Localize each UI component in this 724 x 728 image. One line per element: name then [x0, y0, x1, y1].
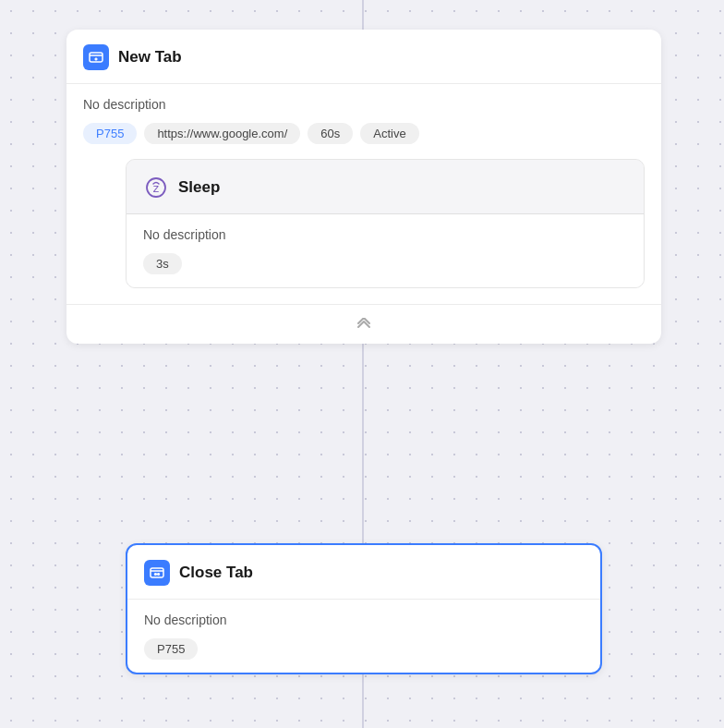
collapse-button[interactable] [346, 314, 381, 334]
sleep-icon: z [143, 175, 169, 200]
close-tab-card: Close Tab No description P755 [126, 543, 602, 674]
close-tab-title: Close Tab [179, 564, 253, 582]
sleep-title: Sleep [178, 178, 220, 197]
new-tab-title: New Tab [118, 48, 182, 67]
svg-rect-3 [151, 568, 163, 577]
collapse-area [66, 304, 661, 344]
badge-close-p755: P755 [144, 638, 198, 660]
badge-url: https://www.google.com/ [144, 123, 300, 144]
new-tab-icon [83, 44, 109, 70]
sleep-card-body: No description 3s [127, 214, 644, 287]
sleep-card-header: z Sleep [127, 160, 644, 214]
new-tab-card-header: New Tab [66, 30, 661, 84]
close-tab-badges: P755 [144, 638, 584, 660]
close-tab-description: No description [144, 613, 584, 627]
close-tab-icon [144, 560, 170, 586]
new-tab-description: No description [83, 97, 645, 112]
sleep-description: No description [143, 227, 627, 242]
sleep-card-wrapper: z Sleep No description 3s [126, 159, 645, 288]
badge-3s: 3s [143, 253, 182, 274]
close-tab-card-header: Close Tab [127, 545, 600, 600]
sleep-badges: 3s [143, 253, 627, 274]
close-tab-card-body: No description P755 [127, 600, 600, 673]
badge-p755: P755 [83, 123, 137, 144]
new-tab-card: New Tab No description P755 https://www.… [66, 30, 661, 344]
new-tab-badges: P755 https://www.google.com/ 60s Active [83, 123, 645, 144]
badge-60s: 60s [308, 123, 353, 144]
new-tab-card-body: No description P755 https://www.google.c… [66, 84, 661, 144]
badge-active: Active [360, 123, 418, 144]
sleep-card: z Sleep No description 3s [126, 159, 645, 288]
